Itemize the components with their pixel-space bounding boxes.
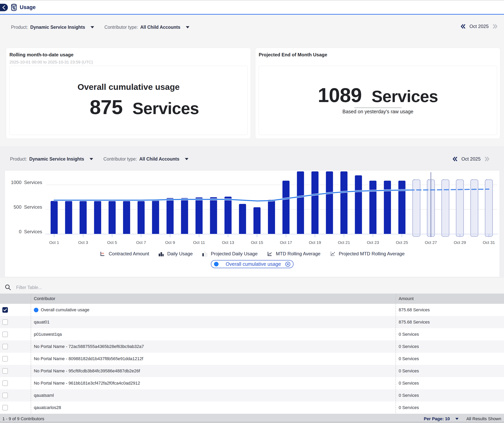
svg-text:Oct 19: Oct 19 <box>309 240 321 245</box>
svg-text:Oct 7: Oct 7 <box>136 240 146 245</box>
svg-text:Oct 9: Oct 9 <box>165 240 175 245</box>
svg-text:Oct 15: Oct 15 <box>251 240 263 245</box>
svg-text:Oct 3: Oct 3 <box>78 240 88 245</box>
svg-text:Services: Services <box>24 229 42 234</box>
svg-text:500: 500 <box>14 204 21 210</box>
svg-text:Oct 1: Oct 1 <box>49 240 59 245</box>
svg-text:Oct 21: Oct 21 <box>338 240 350 245</box>
svg-text:Oct 11: Oct 11 <box>193 240 205 245</box>
svg-text:Oct 17: Oct 17 <box>280 240 292 245</box>
svg-text:Oct 23: Oct 23 <box>367 240 379 245</box>
svg-text:Services: Services <box>24 204 42 210</box>
svg-text:Oct 5: Oct 5 <box>107 240 117 245</box>
svg-text:Oct 27: Oct 27 <box>425 240 437 245</box>
svg-text:Oct 29: Oct 29 <box>454 240 466 245</box>
svg-text:1000: 1000 <box>11 180 21 185</box>
svg-text:Oct 25: Oct 25 <box>396 240 408 245</box>
svg-text:Services: Services <box>24 180 42 185</box>
svg-text:0: 0 <box>19 229 21 234</box>
svg-text:Oct 31: Oct 31 <box>483 240 495 245</box>
svg-text:Oct 13: Oct 13 <box>222 240 234 245</box>
